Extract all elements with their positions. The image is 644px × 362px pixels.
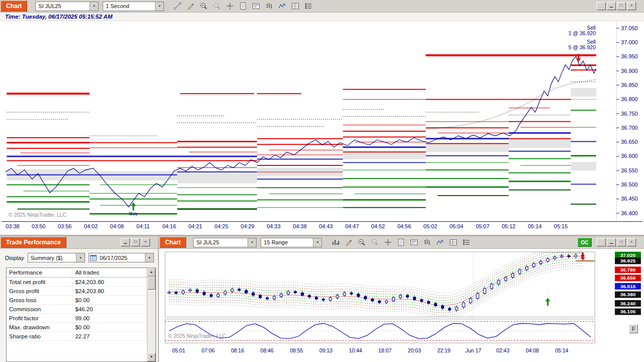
display-value: Summary ($) xyxy=(28,255,76,261)
close-button[interactable]: × xyxy=(141,238,150,246)
instrument-select[interactable]: SI JUL25 ▼ xyxy=(193,238,257,247)
table-row: Gross profit$24,203.80 xyxy=(7,287,147,296)
svg-text:04:21: 04:21 xyxy=(188,223,202,229)
oc-button[interactable]: OC xyxy=(578,238,592,247)
pin-button[interactable] xyxy=(597,2,606,10)
svg-text:04:16: 04:16 xyxy=(163,223,176,229)
svg-text:07:06: 07:06 xyxy=(201,348,214,353)
data-grid-icon[interactable] xyxy=(289,1,302,11)
table-scrollbar[interactable]: ▲ ▼ xyxy=(147,268,155,361)
maximize-button[interactable]: □ xyxy=(617,2,626,10)
svg-text:37.020: 37.020 xyxy=(620,252,636,258)
histogram-icon[interactable] xyxy=(329,237,342,247)
main-chart-plot[interactable]: BuySell1 @ 36.920Sell5 @ 36.92037.05037.… xyxy=(0,21,644,235)
bar-chart-icon[interactable] xyxy=(263,1,276,11)
metric-value: $0.00 xyxy=(72,323,147,332)
metric-label: Total net profit xyxy=(7,278,72,287)
range-chart-title-tab[interactable]: Chart xyxy=(159,237,186,248)
svg-text:10:44: 10:44 xyxy=(349,348,362,353)
scroll-track[interactable] xyxy=(147,290,155,353)
close-button[interactable]: × xyxy=(627,238,636,246)
trade-performance-title-tab[interactable]: Trade Performance xyxy=(1,237,66,248)
table-row: Gross loss$0.00 xyxy=(7,296,147,305)
svg-text:37.000: 37.000 xyxy=(621,39,637,45)
svg-text:37.050: 37.050 xyxy=(621,25,637,31)
maximize-button[interactable]: □ xyxy=(131,238,140,246)
svg-text:36.240: 36.240 xyxy=(620,301,636,306)
indicator-icon[interactable] xyxy=(276,1,289,11)
svg-text:05:14: 05:14 xyxy=(555,348,569,353)
svg-text:04:38: 04:38 xyxy=(293,223,306,229)
instrument-select[interactable]: SI JUL25 ▼ xyxy=(35,2,99,11)
minimize-button[interactable]: ▁ xyxy=(607,2,616,10)
range-chart-title-label: Chart xyxy=(165,239,181,246)
scroll-down-icon[interactable]: ▼ xyxy=(147,353,155,361)
minimize-button[interactable]: ▁ xyxy=(607,238,616,246)
order-flag-icon[interactable] xyxy=(250,1,263,11)
trade-performance-title-label: Trade Performance xyxy=(6,239,61,246)
svg-text:22:19: 22:19 xyxy=(437,348,450,353)
main-toolbar-icons xyxy=(171,1,315,11)
report-icon[interactable] xyxy=(394,237,408,247)
chevron-down-icon: ▼ xyxy=(90,2,98,11)
time-status-text: Time: Tuesday, 06/17/2025 05:15:52 AM xyxy=(5,14,113,20)
scroll-thumb[interactable] xyxy=(147,277,155,290)
properties-icon[interactable] xyxy=(460,237,473,247)
report-icon[interactable] xyxy=(236,1,250,11)
range-chart-plot[interactable]: 37.02036.92536.78036.65036.51536.38036.2… xyxy=(159,249,643,362)
svg-text:© 2025 NinjaTrader, LLC: © 2025 NinjaTrader, LLC xyxy=(9,212,67,218)
bar-chart-icon[interactable] xyxy=(421,237,434,247)
crosshair-icon[interactable] xyxy=(223,1,236,11)
svg-text:36.780: 36.780 xyxy=(620,267,636,273)
data-grid-icon[interactable] xyxy=(447,237,460,247)
zoom-in-icon[interactable] xyxy=(355,237,368,247)
properties-icon[interactable] xyxy=(302,1,315,11)
range-window-controls: ▁□× xyxy=(597,238,636,246)
interval-select[interactable]: 15 Range ▼ xyxy=(261,238,322,247)
performance-table: Performance All trades Total net profit$… xyxy=(6,267,156,362)
svg-text:04:56: 04:56 xyxy=(397,223,411,229)
chevron-down-icon: ▼ xyxy=(76,253,85,262)
order-flag-icon[interactable] xyxy=(408,237,421,247)
pencil-icon[interactable] xyxy=(342,237,355,247)
svg-text:36.400: 36.400 xyxy=(621,210,637,216)
trade-performance-window-controls: ▁□× xyxy=(121,238,150,246)
column-header-performance: Performance xyxy=(7,268,72,278)
svg-text:08:55: 08:55 xyxy=(290,348,303,353)
svg-text:04:25: 04:25 xyxy=(214,223,228,229)
zoom-out-icon[interactable] xyxy=(368,237,381,247)
chart-window-title-tab[interactable]: Chart xyxy=(1,1,27,12)
close-button[interactable]: × xyxy=(627,2,636,10)
trendline-icon[interactable] xyxy=(171,1,184,11)
svg-text:08:46: 08:46 xyxy=(261,348,274,353)
maximize-button[interactable]: □ xyxy=(617,238,626,246)
date-picker[interactable]: 06/17/2025 ▼ xyxy=(89,253,154,262)
svg-text:20:03: 20:03 xyxy=(408,348,421,353)
interval-select[interactable]: 1 Second ▼ xyxy=(103,2,164,11)
zoom-out-icon[interactable] xyxy=(210,1,223,11)
metric-value: 99.00 xyxy=(72,314,147,323)
svg-text:05:01: 05:01 xyxy=(172,348,185,353)
display-select[interactable]: Summary ($) ▼ xyxy=(28,253,85,262)
scroll-up-icon[interactable]: ▲ xyxy=(147,268,155,277)
table-row: Profit factor99.00 xyxy=(7,314,147,323)
svg-text:03:50: 03:50 xyxy=(32,223,45,229)
focus-button-label: F xyxy=(632,326,635,332)
svg-text:09:13: 09:13 xyxy=(319,348,333,353)
focus-button[interactable]: F xyxy=(629,324,638,333)
pin-button[interactable] xyxy=(597,238,606,246)
calendar-icon xyxy=(89,254,97,261)
minimize-button[interactable]: ▁ xyxy=(121,238,130,246)
crosshair-icon[interactable] xyxy=(381,237,394,247)
time-status-bar: Time: Tuesday, 06/17/2025 05:15:52 AM xyxy=(0,13,644,21)
pencil-icon[interactable] xyxy=(184,1,197,11)
svg-text:Buy: Buy xyxy=(129,211,138,216)
table-row: Commission$46.20 xyxy=(7,305,147,314)
table-row: Total net profit$24,203.80 xyxy=(7,278,147,287)
zoom-in-icon[interactable] xyxy=(197,1,210,11)
svg-text:36.105: 36.105 xyxy=(620,309,636,314)
chevron-down-icon: ▼ xyxy=(248,238,256,247)
metric-label: Commission xyxy=(7,305,72,314)
table-header-row: Performance All trades xyxy=(7,268,147,278)
indicator-icon[interactable] xyxy=(434,237,447,247)
